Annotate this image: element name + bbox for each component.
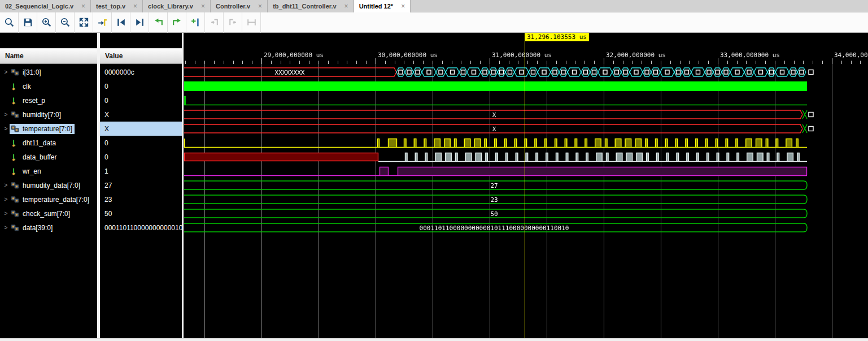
signal-name-cell: dht11_data (10, 138, 58, 148)
bus-signal-icon (11, 68, 20, 76)
expand-chevron-icon[interactable]: > (2, 182, 10, 188)
signal-name-cell: check_sum[7:0] (10, 209, 72, 219)
waveform-canvas[interactable] (184, 33, 868, 338)
signal-value-data-39-0[interactable]: 0001101100000000000101110000000000110010 (100, 221, 182, 235)
signal-row-i-31-0[interactable]: >i[31:0] (0, 65, 97, 79)
signal-value-check-sum-7-0[interactable]: 50 (100, 206, 182, 221)
signal-name-cell: data[39:0] (10, 223, 55, 233)
main-area: Name >i[31:0]clkreset_p>humidity[7:0]>te… (0, 33, 868, 338)
signal-row-temperature-7-0[interactable]: >temperature[7:0] (0, 122, 97, 136)
zoom-in-button[interactable] (37, 12, 56, 33)
tab-close-icon[interactable]: × (81, 3, 85, 10)
tab-close-icon[interactable]: × (344, 3, 348, 10)
save-waveform-button[interactable] (19, 12, 37, 33)
signal-name-cell: temperature_data[7:0] (10, 195, 91, 205)
signal-name-label: humudity_data[7:0] (23, 182, 80, 189)
signal-name-label: dht11_data (23, 139, 56, 147)
save-waveform-icon (23, 17, 33, 28)
expand-chevron-icon[interactable]: > (2, 196, 10, 202)
tab-tb-dht11-controller-v[interactable]: tb_dht11_Controller.v× (268, 0, 354, 12)
measure-button (242, 12, 261, 33)
tab-label: tb_dht11_Controller.v (273, 3, 336, 10)
scalar-signal-icon (11, 83, 20, 90)
scalar-signal-icon (11, 167, 20, 175)
zoom-in-icon (41, 17, 52, 28)
signal-row-humudity-data-7-0[interactable]: >humudity_data[7:0] (0, 178, 97, 192)
go-to-time-icon (97, 17, 108, 28)
scalar-signal-icon (11, 153, 20, 161)
signal-value-panel: Value 0000000c00XX0012723500001101100000… (100, 33, 182, 338)
expand-chevron-icon[interactable]: > (2, 225, 10, 231)
tab-02-sequencial-logic-v[interactable]: 02_Sequencial_Logic.v× (0, 0, 91, 12)
bus-signal-icon (11, 111, 20, 119)
next-marker-icon (134, 17, 145, 28)
bottom-scrollbar-strip[interactable] (0, 338, 868, 341)
signal-value-data-buffer[interactable]: 0 (100, 150, 182, 164)
name-column-header[interactable]: Name (0, 48, 97, 64)
signal-value-temperature-7-0[interactable]: X (100, 122, 182, 136)
signal-value-humudity-data-7-0[interactable]: 27 (100, 178, 182, 192)
signal-value-reset-p[interactable]: 0 (100, 93, 182, 107)
signal-row-check-sum-7-0[interactable]: >check_sum[7:0] (0, 206, 97, 221)
signal-row-humidity-7-0[interactable]: >humidity[7:0] (0, 107, 97, 122)
waveform-toolbar (0, 12, 868, 33)
signal-row-clk[interactable]: clk (0, 79, 97, 93)
signal-name-cell: wr_en (10, 166, 43, 176)
tab-label: 02_Sequencial_Logic.v (5, 3, 73, 10)
go-to-time-button[interactable] (93, 12, 112, 33)
signal-value-clk[interactable]: 0 (100, 79, 182, 93)
signal-row-data-39-0[interactable]: >data[39:0] (0, 221, 97, 235)
signal-name-label: clk (23, 83, 31, 90)
signal-value-i-31-0[interactable]: 0000000c (100, 65, 182, 79)
tab-controller-v[interactable]: Controller.v× (211, 0, 268, 12)
signal-row-data-buffer[interactable]: data_buffer (0, 150, 97, 164)
tab-clock-library-v[interactable]: clock_Library.v× (143, 0, 211, 12)
search-button[interactable] (0, 12, 19, 33)
signal-value-humidity-7-0[interactable]: X (100, 107, 182, 122)
tab-label: test_top.v (96, 3, 125, 10)
previous-marker-button[interactable] (112, 12, 130, 33)
add-marker-button[interactable] (186, 12, 205, 33)
value-column-header[interactable]: Value (100, 48, 182, 64)
bus-signal-icon (11, 196, 20, 204)
tab-close-icon[interactable]: × (201, 3, 205, 10)
expand-chevron-icon[interactable]: > (2, 69, 10, 75)
previous-transition-button[interactable] (149, 12, 168, 33)
signal-row-temperature-data-7-0[interactable]: >temperature_data[7:0] (0, 192, 97, 206)
next-marker-button[interactable] (130, 12, 149, 33)
next-transition-button[interactable] (168, 12, 186, 33)
signal-name-label: temperature[7:0] (23, 125, 72, 133)
bus-signal-icon (11, 182, 20, 189)
next-transition-icon (172, 17, 182, 28)
signal-row-wr-en[interactable]: wr_en (0, 164, 97, 178)
signal-name-cell: clk (10, 81, 33, 92)
waveform-area: 31,296.103553 us (184, 33, 868, 338)
tab-close-icon[interactable]: × (133, 3, 137, 10)
swap-cursor-left-icon (209, 17, 220, 28)
signal-name-cell: i[31:0] (10, 67, 43, 77)
signal-value-wr-en[interactable]: 1 (100, 164, 182, 178)
signal-value-dht11-data[interactable]: 0 (100, 136, 182, 150)
expand-chevron-icon[interactable]: > (2, 126, 10, 132)
tab-test-top-v[interactable]: test_top.v× (91, 0, 143, 12)
signal-name-list: >i[31:0]clkreset_p>humidity[7:0]>tempera… (0, 65, 97, 235)
expand-chevron-icon[interactable]: > (2, 210, 10, 217)
signal-row-reset-p[interactable]: reset_p (0, 93, 97, 107)
zoom-fit-button[interactable] (75, 12, 93, 33)
zoom-out-icon (60, 17, 71, 28)
tab-close-icon[interactable]: × (401, 3, 405, 10)
signal-value-temperature-data-7-0[interactable]: 23 (100, 192, 182, 206)
expand-chevron-icon[interactable]: > (2, 111, 10, 118)
bus-signal-icon (11, 224, 20, 232)
signal-name-cell: reset_p (10, 96, 47, 106)
zoom-out-button[interactable] (56, 12, 75, 33)
tab-label: clock_Library.v (148, 3, 193, 10)
signal-name-label: temperature_data[7:0] (23, 196, 89, 204)
signal-name-label: check_sum[7:0] (23, 210, 70, 218)
tab-close-icon[interactable]: × (258, 3, 262, 10)
tab-untitled-12[interactable]: Untitled 12*× (354, 0, 411, 12)
signal-row-dht11-data[interactable]: dht11_data (0, 136, 97, 150)
swap-cursor-left-button (205, 12, 224, 33)
measure-icon (246, 17, 257, 28)
tab-label: Controller.v (216, 3, 250, 10)
